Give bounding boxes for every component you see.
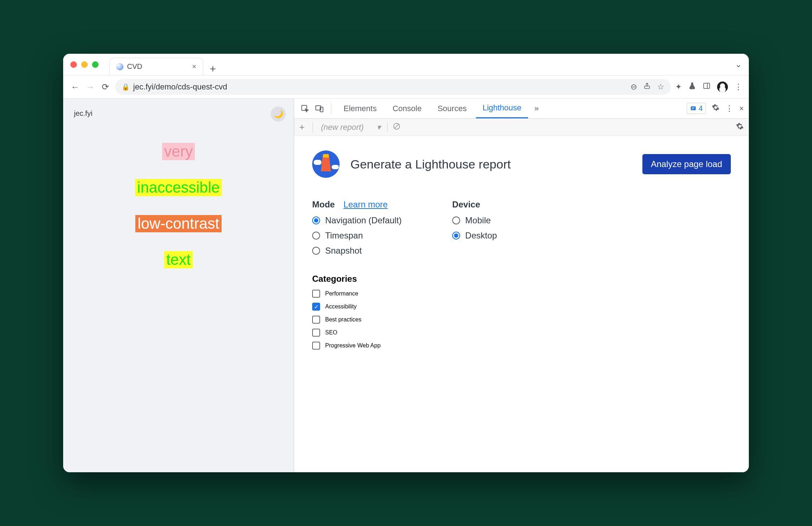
inspect-element-icon[interactable]	[299, 103, 311, 114]
chevron-down-icon[interactable]: ⌄	[735, 60, 742, 69]
lighthouse-form: Mode Learn more Navigation (Default) Tim…	[312, 200, 731, 256]
analyze-page-load-button[interactable]: Analyze page load	[642, 154, 731, 174]
page-site-label: jec.fyi	[74, 109, 283, 118]
tab-lighthouse[interactable]: Lighthouse	[476, 98, 528, 118]
cat-seo[interactable]: SEO	[312, 329, 731, 337]
browser-menu-button[interactable]: ⋮	[734, 82, 742, 92]
checkbox-icon	[312, 342, 320, 350]
favicon-icon	[116, 63, 123, 70]
browser-tab[interactable]: CVD ×	[109, 58, 203, 75]
device-heading: Device	[452, 200, 480, 210]
checkbox-icon	[312, 329, 320, 337]
lighthouse-header: Generate a Lighthouse report Analyze pag…	[312, 150, 731, 178]
profile-avatar[interactable]	[717, 82, 728, 92]
tab-sources[interactable]: Sources	[431, 98, 473, 118]
svg-rect-6	[691, 106, 696, 110]
omnibox-actions: ⊖ ☆	[630, 82, 664, 92]
categories-column: Categories Performance ✓ Accessibility	[312, 274, 731, 350]
radio-icon	[452, 232, 460, 240]
bookmark-star-icon[interactable]: ☆	[657, 82, 664, 92]
devtools-tab-bar: Elements Console Sources Lighthouse » 4 …	[294, 98, 749, 119]
labs-icon[interactable]	[688, 82, 696, 92]
browser-toolbar: ← → ⟳ 🔒 jec.fyi/demo/cds-quest-cvd ⊖ ☆ ✦	[63, 75, 749, 98]
cat-pwa[interactable]: Progressive Web App	[312, 342, 731, 350]
lighthouse-settings-icon[interactable]	[736, 122, 744, 132]
svg-rect-1	[704, 83, 710, 88]
checkbox-icon: ✓	[312, 303, 320, 311]
cat-accessibility[interactable]: ✓ Accessibility	[312, 303, 731, 311]
address-bar[interactable]: 🔒 jec.fyi/demo/cds-quest-cvd ⊖ ☆	[115, 79, 671, 95]
tab-elements[interactable]: Elements	[337, 98, 383, 118]
demo-word: inaccessible	[135, 179, 222, 196]
issues-badge[interactable]: 4	[687, 103, 706, 114]
reload-button[interactable]: ⟳	[100, 82, 111, 92]
devtools-panel: Elements Console Sources Lighthouse » 4 …	[294, 98, 749, 472]
devtools-settings-icon[interactable]	[712, 104, 720, 114]
radio-icon	[452, 216, 460, 224]
window-controls	[70, 61, 99, 68]
learn-more-link[interactable]: Learn more	[344, 200, 388, 210]
dark-mode-toggle[interactable]: 🌙	[271, 106, 286, 122]
devtools-menu-icon[interactable]: ⋮	[725, 104, 733, 113]
radio-icon	[312, 232, 320, 240]
titlebar: CVD × + ⌄	[63, 54, 749, 75]
mode-option-timespan[interactable]: Timespan	[312, 231, 402, 241]
checkbox-icon	[312, 290, 320, 298]
demo-word: text	[164, 251, 193, 268]
rendered-page: jec.fyi 🌙 very inaccessible low-contrast…	[63, 98, 294, 472]
forward-button[interactable]: →	[85, 82, 96, 92]
mode-option-navigation[interactable]: Navigation (Default)	[312, 215, 402, 225]
mode-column: Mode Learn more Navigation (Default) Tim…	[312, 200, 402, 256]
device-column: Device Mobile Desktop	[452, 200, 497, 256]
demo-word: low-contrast	[135, 215, 221, 232]
clear-icon[interactable]	[393, 122, 401, 132]
radio-icon	[312, 216, 320, 224]
tab-title: CVD	[127, 62, 142, 71]
lighthouse-subbar: + (new report) ▾	[294, 119, 749, 136]
report-dropdown[interactable]: (new report) ▾	[321, 123, 388, 132]
close-window-button[interactable]	[70, 61, 77, 68]
close-tab-button[interactable]: ×	[192, 62, 196, 71]
cat-best-practices[interactable]: Best practices	[312, 316, 731, 324]
browser-window: CVD × + ⌄ ← → ⟳ 🔒 jec.fyi/demo/cds-quest…	[63, 54, 749, 472]
side-panel-icon[interactable]	[703, 82, 711, 92]
svg-line-8	[394, 124, 399, 128]
issues-count: 4	[699, 104, 703, 113]
more-tabs-icon[interactable]: »	[531, 103, 542, 114]
minimize-window-button[interactable]	[81, 61, 88, 68]
url-text: jec.fyi/demo/cds-quest-cvd	[133, 82, 227, 92]
zoom-icon[interactable]: ⊖	[630, 82, 637, 92]
categories-heading: Categories	[312, 274, 731, 284]
demo-words: very inaccessible low-contrast text	[74, 143, 283, 268]
toolbar-right: ✦ ⋮	[675, 82, 742, 92]
device-option-mobile[interactable]: Mobile	[452, 215, 497, 225]
mode-option-snapshot[interactable]: Snapshot	[312, 246, 402, 256]
maximize-window-button[interactable]	[92, 61, 99, 68]
lighthouse-title: Generate a Lighthouse report	[350, 157, 511, 171]
extensions-icon[interactable]: ✦	[675, 82, 682, 92]
mode-heading: Mode	[312, 200, 335, 210]
cat-performance[interactable]: Performance	[312, 290, 731, 298]
device-toolbar-icon[interactable]	[314, 103, 325, 114]
main-split: jec.fyi 🌙 very inaccessible low-contrast…	[63, 98, 749, 472]
checkbox-icon	[312, 316, 320, 324]
tab-strip: CVD × +	[109, 54, 216, 75]
new-tab-button[interactable]: +	[210, 63, 216, 75]
back-button[interactable]: ←	[70, 82, 80, 92]
add-report-button[interactable]: +	[299, 122, 305, 133]
demo-word: very	[162, 143, 195, 160]
devtools-close-icon[interactable]: ×	[739, 104, 744, 113]
radio-icon	[312, 247, 320, 255]
tab-console[interactable]: Console	[386, 98, 428, 118]
share-icon[interactable]	[643, 82, 651, 92]
lock-icon: 🔒	[122, 83, 130, 91]
lighthouse-logo-icon	[312, 150, 340, 178]
device-option-desktop[interactable]: Desktop	[452, 231, 497, 241]
moon-icon: 🌙	[274, 109, 283, 119]
lighthouse-body: Generate a Lighthouse report Analyze pag…	[294, 136, 749, 364]
